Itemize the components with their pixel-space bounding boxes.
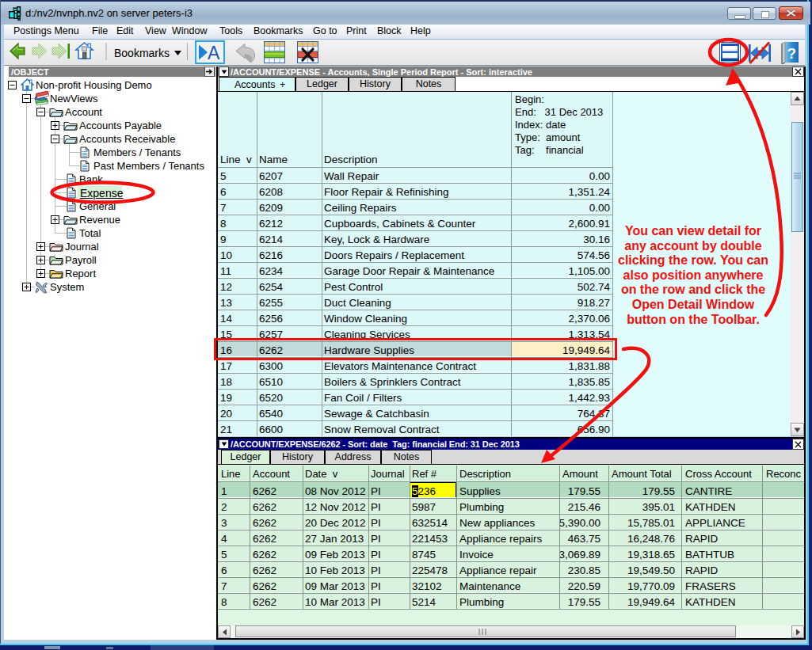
svg-text:A: A — [208, 43, 220, 62]
svg-text:?: ? — [787, 45, 797, 62]
